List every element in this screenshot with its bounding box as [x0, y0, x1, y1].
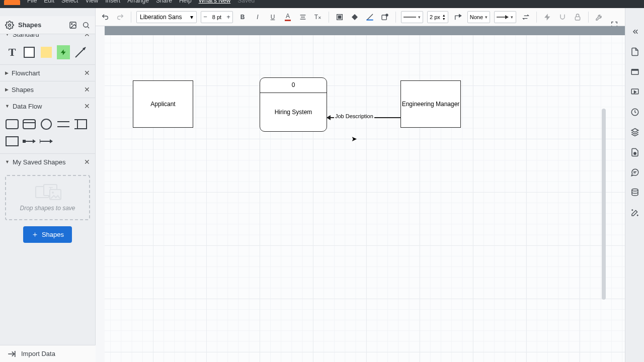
edge-job-description[interactable]: Job Description	[327, 116, 400, 122]
close-icon[interactable]: ✕	[84, 102, 90, 110]
svg-marker-19	[50, 139, 53, 143]
lock-button[interactable]	[572, 12, 583, 23]
df-datastore[interactable]	[73, 117, 88, 131]
node-hiring-system[interactable]: 0 Hiring System	[260, 77, 327, 132]
italic-button[interactable]: I	[252, 12, 263, 23]
import-icon	[7, 349, 16, 358]
swap-arrows-button[interactable]	[520, 12, 531, 23]
svg-rect-39	[631, 69, 638, 71]
node-label: Hiring System	[275, 108, 312, 116]
magic-button[interactable]	[542, 12, 553, 23]
line-corner-button[interactable]	[452, 12, 463, 23]
shape-text[interactable]: T	[5, 45, 19, 59]
shape-dynamic[interactable]	[56, 45, 70, 59]
app-logo[interactable]	[4, 0, 20, 5]
menu-edit[interactable]: Edit	[44, 0, 54, 3]
shape-note[interactable]	[39, 45, 53, 59]
arrow-end-select[interactable]: ▾	[494, 11, 516, 23]
df-arrow[interactable]	[22, 134, 36, 148]
section-saved-header[interactable]: ▼My Saved Shapes ✕	[0, 154, 95, 170]
right-sidebar	[625, 8, 644, 362]
section-flowchart-header[interactable]: ▶Flowchart ✕	[0, 65, 95, 81]
theme-icon[interactable]	[629, 147, 640, 158]
section-shapes-header[interactable]: ▶Shapes ✕	[0, 81, 95, 98]
node-applicant[interactable]: Applicant	[133, 80, 193, 128]
shapes-panel-header: Shapes	[0, 16, 96, 34]
saved-shapes-dropzone[interactable]: T Drop shapes to save	[5, 175, 90, 220]
df-arrow2[interactable]	[39, 134, 53, 148]
svg-rect-13	[6, 137, 18, 146]
history-icon[interactable]	[629, 107, 640, 118]
ruler-horizontal	[96, 26, 625, 35]
underline-button[interactable]: U	[267, 12, 278, 23]
menubar: File Edit Select View Insert Arrange Sha…	[0, 0, 644, 8]
image-icon[interactable]	[69, 21, 77, 29]
layers-icon[interactable]	[629, 127, 640, 138]
node-label: Engineering Manager	[402, 100, 460, 108]
undo-button[interactable]	[100, 12, 111, 23]
svg-marker-34	[459, 14, 461, 17]
document-icon[interactable]	[629, 46, 640, 57]
data-icon[interactable]	[629, 187, 640, 198]
menu-whats-new[interactable]: What's New	[199, 0, 231, 3]
font-size-increase[interactable]: +	[224, 13, 232, 21]
font-family-select[interactable]: Liberation Sans▾	[136, 11, 197, 23]
df-process2[interactable]	[22, 117, 36, 131]
border-color-button[interactable]	[364, 12, 375, 23]
ruler-vertical	[96, 26, 105, 362]
fill-button[interactable]	[334, 12, 345, 23]
align-button[interactable]	[297, 12, 308, 23]
close-icon[interactable]: ✕	[84, 69, 90, 77]
svg-point-2	[71, 23, 72, 24]
bold-button[interactable]: B	[237, 12, 248, 23]
df-process[interactable]	[5, 117, 19, 131]
redo-button[interactable]	[115, 12, 126, 23]
line-style-select[interactable]: ▾	[401, 11, 423, 23]
menu-view[interactable]: View	[85, 0, 98, 3]
text-color-button[interactable]: A	[282, 12, 293, 23]
import-data-button[interactable]: Import Data	[0, 345, 96, 362]
line-width-stepper[interactable]: 2 px▲▼	[427, 11, 448, 23]
df-circle[interactable]	[39, 117, 53, 131]
edge-label: Job Description	[334, 113, 374, 119]
arrow-start-select[interactable]: None▾	[467, 11, 490, 23]
df-double-line[interactable]	[56, 117, 70, 131]
menu-file[interactable]: File	[27, 0, 37, 3]
menu-arrange[interactable]: Arrange	[127, 0, 149, 3]
svg-point-0	[9, 24, 11, 26]
menu-help[interactable]: Help	[179, 0, 192, 3]
font-size-value[interactable]: 8 pt	[209, 14, 224, 20]
shape-options-button[interactable]	[379, 12, 390, 23]
gear-icon[interactable]	[5, 21, 14, 30]
menu-select[interactable]: Select	[61, 0, 78, 3]
snap-button[interactable]	[557, 12, 568, 23]
wrench-button[interactable]	[594, 12, 605, 23]
df-entity[interactable]	[5, 134, 19, 148]
save-status: Saved	[237, 0, 255, 3]
shape-rectangle[interactable]	[22, 45, 36, 59]
text-options-button[interactable]: T✕	[312, 12, 324, 23]
font-size-decrease[interactable]: −	[201, 13, 209, 21]
navigator-icon[interactable]	[629, 66, 640, 77]
canvas[interactable]: Applicant 0 Hiring System Engineering Ma…	[105, 35, 625, 362]
svg-rect-7	[23, 120, 35, 129]
present-icon[interactable]	[629, 86, 640, 98]
node-engineering-manager[interactable]: Engineering Manager	[400, 80, 461, 128]
actions-icon[interactable]	[629, 207, 640, 218]
section-saved-shapes: ▼My Saved Shapes ✕ T Drop shapes to save…	[0, 154, 95, 248]
section-dataflow-header[interactable]: ▼Data Flow ✕	[0, 98, 95, 114]
add-shapes-button[interactable]: ＋ Shapes	[23, 226, 72, 243]
vertical-scrollbar[interactable]	[602, 109, 606, 300]
menu-insert[interactable]: Insert	[105, 0, 120, 3]
comments-icon[interactable]	[629, 167, 640, 178]
bucket-button[interactable]	[349, 12, 360, 23]
menu-share[interactable]: Share	[156, 0, 172, 3]
font-size-stepper[interactable]: − 8 pt +	[201, 11, 233, 23]
shapes-panel-title: Shapes	[18, 21, 41, 29]
shape-line[interactable]	[73, 45, 88, 59]
svg-rect-6	[6, 120, 18, 129]
collapse-panel-button[interactable]	[629, 26, 640, 37]
search-icon[interactable]	[82, 21, 90, 29]
close-icon[interactable]: ✕	[84, 158, 90, 166]
close-icon[interactable]: ✕	[84, 85, 90, 94]
